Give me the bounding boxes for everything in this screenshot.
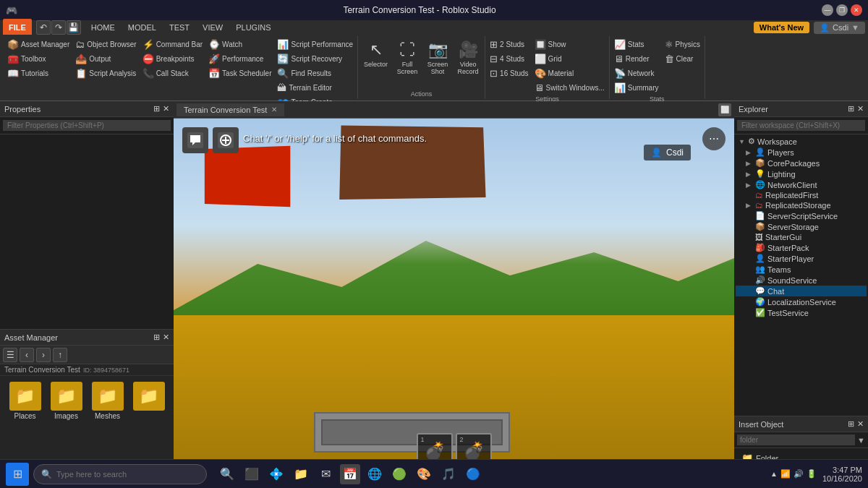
tutorials-btn[interactable]: 📖Tutorials <box>5 67 72 80</box>
menu-model[interactable]: MODEL <box>122 22 162 33</box>
insert-close-icon[interactable]: ✕ <box>857 419 864 429</box>
full-screen-btn[interactable]: ⛶ Full Screen <box>393 38 422 78</box>
asset-forward-btn[interactable]: › <box>36 348 51 362</box>
menu-home[interactable]: HOME <box>85 22 121 33</box>
tree-item-teams[interactable]: 👥 Teams <box>736 264 867 275</box>
tree-item-corepackages[interactable]: ▶ 📦 CorePackages <box>736 158 867 168</box>
explorer-close-icon[interactable]: ✕ <box>857 104 864 114</box>
terrain-editor-btn[interactable]: 🏔Terrain Editor <box>275 81 355 95</box>
close-button[interactable]: ✕ <box>851 4 862 16</box>
insert-filter-input[interactable] <box>737 435 855 445</box>
show-grid-btn[interactable]: 🔲Show <box>532 38 607 51</box>
taskbar-icon-spotify[interactable]: 🎵 <box>438 464 459 484</box>
tray-volume-icon[interactable]: 🔊 <box>793 469 804 479</box>
studs-4-btn[interactable]: ⊟4 Studs <box>488 52 530 66</box>
taskbar-clock[interactable]: 3:47 PM 10/16/2020 <box>822 466 862 483</box>
breakpoints-btn[interactable]: ⛔Breakpoints <box>140 52 205 66</box>
command-bar-btn[interactable]: ⚡Command Bar <box>140 38 205 51</box>
tree-item-replicatedstorage[interactable]: ▶ 🗂 ReplicatedStorage <box>736 200 867 210</box>
call-stack-btn[interactable]: 📞Call Stack <box>140 67 205 80</box>
performance-btn[interactable]: 🚀Performance <box>206 52 273 66</box>
game-viewport[interactable]: Chat '/' or '/help' for a list of chat c… <box>174 119 734 476</box>
insert-dropdown-icon[interactable]: ▼ <box>857 436 865 445</box>
asset-menu-btn[interactable]: ☰ <box>3 348 17 362</box>
studs-2-btn[interactable]: ⊞2 Studs <box>488 38 530 51</box>
grid-btn[interactable]: ⬜Grid <box>532 52 607 66</box>
menu-test[interactable]: TEST <box>163 22 195 33</box>
explorer-undock-icon[interactable]: ⊞ <box>848 104 854 114</box>
taskbar-icon-edge[interactable]: 🌐 <box>365 464 385 484</box>
taskbar-icon-chrome[interactable]: 🟢 <box>389 464 409 484</box>
asset-manager-undock-icon[interactable]: ⊞ <box>153 333 160 342</box>
viewport-restore-btn[interactable]: ⬜ <box>718 103 731 116</box>
tree-item-soundservice[interactable]: 🔊 SoundService <box>736 275 867 286</box>
maximize-button[interactable]: ❐ <box>836 4 848 16</box>
taskbar-icon-search[interactable]: 🔍 <box>217 464 237 484</box>
asset-back-btn[interactable]: ‹ <box>20 348 34 362</box>
render-btn[interactable]: 🖥Render <box>612 52 661 66</box>
save-button[interactable]: 💾 <box>67 20 81 35</box>
undo-button[interactable]: ↶ <box>36 20 51 35</box>
taskbar-icon-mail[interactable]: ✉ <box>315 464 336 484</box>
tree-item-serverscriptservice[interactable]: 📄 ServerScriptService <box>736 210 867 221</box>
physics-btn[interactable]: ⚛Physics <box>663 38 702 51</box>
screenshot-btn[interactable]: 📷 Screen Shot <box>423 38 452 78</box>
taskbar-icon-calendar[interactable]: 📅 <box>340 464 360 484</box>
taskbar-icon-roblox[interactable]: 🔵 <box>463 464 483 484</box>
asset-upload-btn[interactable]: ↑ <box>53 348 67 362</box>
start-button[interactable]: ⊞ <box>6 463 29 486</box>
chat-bubble-icon[interactable] <box>213 127 239 153</box>
output-btn[interactable]: 📤Output <box>73 52 138 66</box>
script-performance-btn[interactable]: 📊Script Performance <box>275 38 355 51</box>
tray-icon-up[interactable]: ▲ <box>770 470 778 478</box>
object-browser-btn[interactable]: 🗂Object Browser <box>73 38 138 51</box>
tray-battery-icon[interactable]: 🔋 <box>807 469 817 479</box>
viewport-menu-btn[interactable]: ⋯ <box>702 127 726 150</box>
taskbar-icon-photoshop[interactable]: 🎨 <box>414 464 434 484</box>
asset-manager-close-icon[interactable]: ✕ <box>163 333 169 342</box>
properties-close-icon[interactable]: ✕ <box>163 104 169 114</box>
find-results-btn[interactable]: 🔍Find Results <box>275 67 355 80</box>
switch-windows-btn[interactable]: 🖥Switch Windows... <box>532 81 607 95</box>
clear-btn[interactable]: 🗑Clear <box>663 52 702 66</box>
file-menu[interactable]: FILE <box>3 19 32 36</box>
properties-filter-input[interactable] <box>3 120 171 131</box>
taskbar-icon-explorer[interactable]: 📁 <box>291 464 311 484</box>
tree-item-localizationservice[interactable]: 🌍 LocalizationService <box>736 296 867 307</box>
tree-item-lighting[interactable]: ▶ 💡 Lighting <box>736 168 867 179</box>
script-analysis-btn[interactable]: 📋Script Analysis <box>73 67 138 80</box>
whats-new-button[interactable]: What's New <box>754 22 809 33</box>
viewport-tab[interactable]: Terrain Conversion Test ✕ <box>176 103 284 116</box>
viewport-tab-close[interactable]: ✕ <box>271 106 277 114</box>
explorer-filter-input[interactable] <box>737 120 865 131</box>
properties-undock-icon[interactable]: ⊞ <box>153 104 160 114</box>
tree-item-chat[interactable]: 💬 Chat <box>736 286 867 296</box>
tree-item-players[interactable]: ▶ 👤 Players <box>736 147 867 158</box>
redo-button[interactable]: ↷ <box>51 20 66 35</box>
taskbar-search-input[interactable] <box>56 470 187 479</box>
tray-network-icon[interactable]: 📶 <box>780 469 791 479</box>
asset-manager-btn[interactable]: 📦Asset Manager <box>5 38 72 51</box>
video-record-btn[interactable]: 🎥 Video Record <box>454 38 482 78</box>
tree-item-starterpack[interactable]: 🎒 StarterPack <box>736 242 867 253</box>
tree-item-workspace[interactable]: ▼ ⚙ Workspace <box>736 136 867 147</box>
selector-btn[interactable]: ↖ Selector <box>360 38 391 71</box>
studs-16-btn[interactable]: ⊡16 Studs <box>488 67 530 80</box>
script-recovery-btn[interactable]: 🔄Script Recovery <box>275 52 355 66</box>
material-btn[interactable]: 🎨Material <box>532 67 607 80</box>
network-btn[interactable]: 📡Network <box>612 67 661 80</box>
summary-btn[interactable]: 📊Summary <box>612 81 661 95</box>
watch-btn[interactable]: ⌚Watch <box>206 38 273 51</box>
taskbar-icon-cortana[interactable]: 💠 <box>266 464 286 484</box>
tree-item-startergui[interactable]: 🖼 StarterGui <box>736 232 867 242</box>
menu-view[interactable]: VIEW <box>197 22 229 33</box>
stats-btn[interactable]: 📈Stats <box>612 38 661 51</box>
tree-item-testservice[interactable]: ✅ TestService <box>736 307 867 318</box>
task-scheduler-btn[interactable]: 📅Task Scheduler <box>206 67 273 80</box>
minimize-button[interactable]: — <box>822 4 833 16</box>
taskbar-icon-taskview[interactable]: ⬛ <box>242 464 262 484</box>
insert-undock-icon[interactable]: ⊞ <box>848 419 854 429</box>
tree-item-replicatedfirst[interactable]: 🗂 ReplicatedFirst <box>736 190 867 200</box>
menu-plugins[interactable]: PLUGINS <box>230 22 276 33</box>
tree-item-starterplayer[interactable]: 👤 StarterPlayer <box>736 253 867 264</box>
